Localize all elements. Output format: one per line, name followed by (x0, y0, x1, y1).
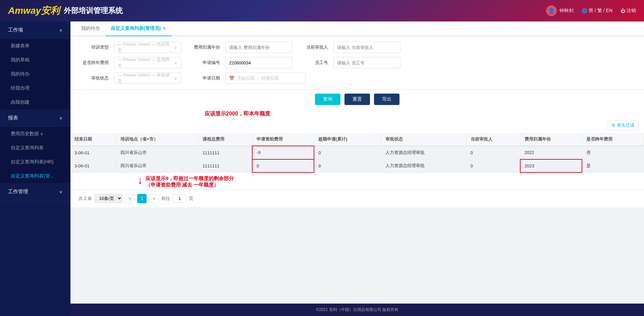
cell-cross-year-1: 否 (582, 146, 644, 159)
sidebar-item-work-items[interactable]: 工作项 ∧ (0, 21, 70, 39)
sidebar-item-report[interactable]: 报表 ∧ (0, 109, 70, 127)
filter-row-1: 培训类型 — Please Select — 培训类型 ∨ 费用归属年份 当前审… (78, 42, 636, 53)
sidebar-item-work-mgmt[interactable]: 工作管理 ∨ (0, 183, 70, 201)
content-scroll: 培训类型 — Please Select — 培训类型 ∨ 费用归属年份 当前审… (70, 36, 644, 304)
arrow-down-icon: ↓ (138, 174, 143, 187)
globe-icon: 🌐 (582, 8, 587, 13)
cell-location-2: 四川省乐山市 (116, 159, 198, 172)
lang-label: 简 / 繁 / EN (589, 8, 612, 14)
date-start-placeholder: 开始日期 (237, 75, 255, 81)
table-row: 3-06-01 四川省乐山市 1111111 0 9 人力资源总经理审批 0 2… (70, 159, 644, 172)
cell-approval-status-2: 人力资源总经理审批 (381, 159, 466, 172)
page-footer: ©2021 安利（中国）日用品有限公司 版权所有 (70, 304, 644, 316)
logout-label: 注销 (627, 8, 636, 14)
approval-status-select[interactable]: — Please Select — 审批状态 ∨ (114, 72, 181, 84)
cell-total-cost-1: 1111111 (198, 146, 252, 159)
cross-year-placeholder: — Please Select — 是否跨年 (118, 57, 174, 69)
prev-page-button[interactable]: ‹ (125, 194, 135, 203)
sidebar-item-custom-list-mgr[interactable]: 自定义查询列表(管... (0, 169, 70, 183)
current-approver-input[interactable] (333, 42, 400, 53)
date-range-input[interactable]: 📅 开始日期 - 结束日期 (225, 72, 306, 84)
cost-year-input[interactable] (225, 42, 292, 53)
table-row: 3-06-01 四川省乐山市 1111111 -9 0 人力资源总经理审批 0 … (70, 146, 644, 159)
tab-custom-list-mgr[interactable]: 自定义查询列表(管理员) ✕ (105, 21, 171, 36)
filter-cols-button[interactable]: ⚙ 表头过滤 (607, 120, 639, 130)
col-location: 培训地点（省+市） (116, 133, 198, 146)
table-header-row: 结束日期 培训地点（省+市） 课程总费用 申请资助费用 超额申请(累计) 审批状… (70, 133, 644, 146)
page-unit: 页 (189, 196, 193, 202)
user-menu[interactable]: 👤 钟秋剑 (546, 5, 574, 16)
sidebar-item-my-created[interactable]: 由我创建 (0, 95, 70, 109)
filter-row-3: 审批状态 — Please Select — 审批状态 ∨ 申请日期 📅 开始日… (78, 72, 636, 84)
top-annotation-text: 应该显示2000，即本年额度 (205, 109, 270, 116)
total-count: 共 2 条 (78, 196, 92, 202)
sidebar-item-cost-history[interactable]: 费用历史数据 ∨ (0, 127, 70, 141)
cell-apply-cost-1: -9 (252, 146, 314, 159)
col-cross-year: 是否跨年费用 (582, 133, 644, 146)
reset-button[interactable]: 重置 (344, 94, 370, 105)
cell-current-approver-1: 0 (466, 146, 520, 159)
tab-bar: 我的待办 自定义查询列表(管理员) ✕ (70, 21, 644, 36)
amway-logo: Amway安利 (8, 4, 60, 17)
tab-close-icon[interactable]: ✕ (163, 26, 166, 31)
cell-overquota-2: 9 (314, 159, 381, 172)
filter-area: 培训类型 — Please Select — 培训类型 ∨ 费用归属年份 当前审… (70, 36, 644, 90)
cross-year-label: 是否跨年费用 (78, 60, 109, 66)
username: 钟秋剑 (559, 8, 574, 14)
action-bar: 查询 重置 导出 (70, 90, 644, 109)
col-current-approver: 当前审批人 (466, 133, 520, 146)
goto-label: 前往 (161, 196, 170, 202)
sidebar-work-items-label: 工作项 (8, 27, 23, 33)
logout-button[interactable]: ⏻ 注销 (621, 8, 636, 14)
chevron-up-icon: ∧ (59, 28, 62, 33)
main-layout: 工作项 ∧ 新建表单 我的草稿 我的待办 经我办理 由我创建 报表 ∧ 费用历史… (0, 21, 644, 316)
cross-year-select[interactable]: — Please Select — 是否跨年 ∨ (114, 57, 181, 68)
filter-icon: ⚙ (611, 123, 615, 128)
chevron-up-icon-2: ∧ (59, 116, 62, 120)
tab-my-pending[interactable]: 我的待办 (76, 21, 105, 36)
app-title: 外部培训管理系统 (64, 6, 123, 16)
tab-custom-list-mgr-label: 自定义查询列表(管理员) (111, 25, 161, 32)
sidebar-item-custom-list[interactable]: 自定义查询列表 (0, 141, 70, 155)
bottom-annotation-line2: （申请资助费用 减去 一年额度） (146, 182, 234, 188)
footer-text: ©2021 安利（中国）日用品有限公司 版权所有 (316, 307, 398, 312)
power-icon: ⏻ (621, 8, 625, 13)
cell-total-cost-2: 1111111 (198, 159, 252, 172)
page-1-button[interactable]: 1 (137, 194, 147, 203)
cell-location-1: 四川省乐山市 (116, 146, 198, 159)
col-end-date: 结束日期 (70, 133, 116, 146)
query-button[interactable]: 查询 (315, 94, 340, 105)
date-end-placeholder: 结束日期 (261, 75, 279, 81)
app-number-input[interactable] (225, 57, 292, 68)
filter-row-2: 是否跨年费用 — Please Select — 是否跨年 ∨ 申请编号 员工号 (78, 57, 636, 68)
col-cost-year: 费用归属年份 (520, 133, 582, 146)
header-right-area: 👤 钟秋剑 🌐 简 / 繁 / EN ⏻ 注销 (546, 5, 636, 16)
employee-id-input[interactable] (333, 57, 400, 68)
sidebar: 工作项 ∧ 新建表单 我的草稿 我的待办 经我办理 由我创建 报表 ∧ 费用历史… (0, 21, 70, 316)
cell-overquota-1: 0 (314, 146, 381, 159)
col-total-cost: 课程总费用 (198, 133, 252, 146)
goto-page-input[interactable] (173, 194, 186, 203)
sidebar-item-new-form[interactable]: 新建表单 (0, 39, 70, 53)
language-switcher[interactable]: 🌐 简 / 繁 / EN (582, 8, 612, 14)
cell-cost-year-2: 2023 (520, 159, 582, 172)
cell-apply-cost-2: 0 (252, 159, 314, 172)
approval-status-chevron: ∨ (174, 76, 177, 81)
next-page-button[interactable]: › (149, 194, 159, 203)
pagination: 共 2 条 10条/页 20条/页 50条/页 ‹ 1 › 前往 页 (70, 190, 644, 207)
user-avatar: 👤 (546, 5, 557, 16)
sidebar-item-custom-list-hr[interactable]: 自定义查询列表(HR) (0, 155, 70, 169)
current-approver-label: 当前审批人 (298, 44, 328, 50)
bottom-annotation-area: ↓ 应该显示9，即超过一年额度的剩余部分 （申请资助费用 减去 一年额度） (70, 173, 644, 190)
data-table-container: 结束日期 培训地点（省+市） 课程总费用 申请资助费用 超额申请(累计) 审批状… (70, 133, 644, 173)
export-button[interactable]: 导出 (374, 94, 399, 105)
page-size-select[interactable]: 10条/页 20条/页 50条/页 (95, 194, 122, 203)
sidebar-item-my-pending[interactable]: 我的待办 (0, 67, 70, 81)
sidebar-item-my-done[interactable]: 经我办理 (0, 81, 70, 95)
header-logo-area: Amway安利 外部培训管理系统 (8, 4, 123, 17)
training-type-label: 培训类型 (78, 44, 109, 50)
sidebar-report-label: 报表 (8, 115, 18, 121)
sidebar-item-my-draft[interactable]: 我的草稿 (0, 53, 70, 67)
training-type-select[interactable]: — Please Select — 培训类型 ∨ (114, 42, 181, 53)
bottom-annotation-text: 应该显示9，即超过一年额度的剩余部分 （申请资助费用 减去 一年额度） (146, 175, 234, 188)
